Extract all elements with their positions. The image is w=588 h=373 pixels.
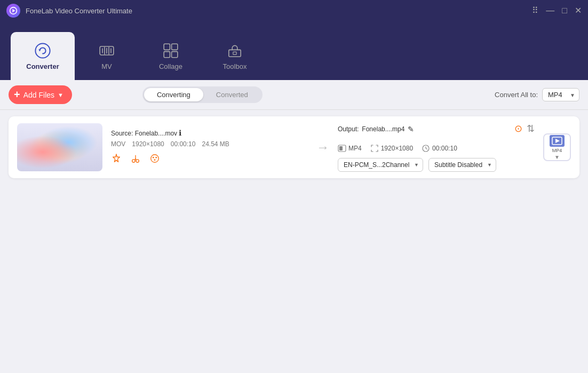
svg-rect-10 bbox=[233, 52, 236, 54]
svg-point-2 bbox=[35, 43, 50, 58]
tab-converter[interactable]: Converter bbox=[11, 32, 75, 80]
audio-track-select[interactable]: EN-PCM_S...2Channel bbox=[338, 158, 423, 172]
plus-icon: + bbox=[14, 89, 20, 101]
info-icon[interactable]: ℹ bbox=[179, 129, 181, 137]
svg-marker-1 bbox=[12, 9, 15, 12]
file-meta: MOV 1920×1080 00:00:10 24.54 MB bbox=[111, 140, 308, 148]
nav-bar: Converter MV Collage Toolbox bbox=[0, 21, 588, 80]
file-resolution: 1920×1080 bbox=[132, 140, 164, 148]
tab-toolbox[interactable]: Toolbox bbox=[203, 32, 267, 80]
add-files-dropdown-icon[interactable]: ▼ bbox=[58, 92, 63, 98]
source-prefix: Source: bbox=[111, 130, 133, 137]
output-filename: Fonelab....mp4 bbox=[362, 125, 404, 133]
svg-rect-7 bbox=[164, 51, 170, 57]
format-select-wrap: MP4 MOV AVI MKV bbox=[542, 88, 579, 101]
convert-arrow: → bbox=[316, 140, 329, 155]
converted-tab[interactable]: Converted bbox=[203, 88, 261, 101]
close-button[interactable]: ✕ bbox=[575, 6, 582, 15]
output-duration: 00:00:10 bbox=[422, 144, 457, 153]
output-format-label: MP4 bbox=[338, 144, 362, 153]
palette-icon[interactable] bbox=[149, 153, 160, 166]
svg-rect-21 bbox=[339, 146, 343, 150]
svg-line-14 bbox=[136, 158, 136, 160]
convert-tabs: Converting Converted bbox=[142, 86, 263, 103]
svg-rect-9 bbox=[229, 50, 241, 57]
maximize-button[interactable]: □ bbox=[562, 6, 567, 15]
file-format: MOV bbox=[111, 140, 125, 148]
output-prefix: Output: bbox=[338, 125, 359, 133]
output-dropdowns: EN-PCM_S...2Channel Subtitle Disabled bbox=[338, 158, 535, 172]
tab-collage-label: Collage bbox=[159, 62, 182, 70]
file-duration: 00:00:10 bbox=[171, 140, 196, 148]
toolbar: + Add Files ▼ Converting Converted Conve… bbox=[0, 80, 588, 110]
add-files-label: Add Files bbox=[23, 91, 54, 99]
edit-filename-icon[interactable]: ✎ bbox=[408, 125, 414, 133]
app-icon bbox=[6, 4, 20, 18]
add-files-button[interactable]: + Add Files ▼ bbox=[9, 85, 72, 104]
converting-tab[interactable]: Converting bbox=[144, 88, 203, 101]
format-badge-icon bbox=[550, 135, 565, 147]
output-meta: MP4 1920×1080 00:00:10 bbox=[338, 144, 535, 153]
format-badge-label: MP4 bbox=[552, 148, 562, 153]
output-resolution: 1920×1080 bbox=[370, 144, 413, 153]
svg-rect-6 bbox=[172, 44, 178, 50]
tab-toolbox-label: Toolbox bbox=[223, 62, 247, 70]
file-item: Source: Fonelab....mov ℹ MOV 1920×1080 0… bbox=[9, 116, 579, 178]
file-info-left: Source: Fonelab....mov ℹ MOV 1920×1080 0… bbox=[111, 129, 308, 166]
file-thumbnail bbox=[17, 123, 102, 171]
enhance-icon[interactable] bbox=[111, 153, 122, 166]
audio-track-wrap: EN-PCM_S...2Channel bbox=[338, 158, 423, 172]
output-section: Output: Fonelab....mp4 ✎ ⊙ ⇅ bbox=[338, 123, 535, 172]
format-badge-chevron-icon: ▼ bbox=[554, 154, 560, 160]
title-bar: FoneLab Video Converter Ultimate ⠿ — □ ✕ bbox=[0, 0, 588, 21]
svg-marker-24 bbox=[555, 139, 560, 143]
convert-all-to-label: Convert All to: bbox=[495, 91, 538, 99]
settings-icon[interactable]: ⇅ bbox=[527, 123, 535, 134]
subtitle-wrap: Subtitle Disabled bbox=[428, 158, 496, 172]
format-select[interactable]: MP4 MOV AVI MKV bbox=[542, 88, 579, 101]
cut-icon[interactable] bbox=[130, 153, 141, 166]
file-source: Source: Fonelab....mov ℹ bbox=[111, 129, 308, 137]
window-controls: ⠿ — □ ✕ bbox=[532, 6, 582, 15]
file-actions bbox=[111, 153, 308, 166]
svg-point-18 bbox=[155, 157, 157, 158]
svg-point-16 bbox=[151, 155, 159, 163]
tab-collage[interactable]: Collage bbox=[139, 32, 203, 80]
main-content: Source: Fonelab....mov ℹ MOV 1920×1080 0… bbox=[0, 110, 588, 373]
warning-icon[interactable]: ⊙ bbox=[514, 123, 522, 134]
thumbnail-image bbox=[17, 123, 102, 171]
tab-mv[interactable]: MV bbox=[75, 32, 139, 80]
minimize-button[interactable]: — bbox=[546, 6, 554, 15]
svg-marker-3 bbox=[38, 49, 41, 50]
svg-rect-8 bbox=[172, 51, 178, 57]
menu-icon[interactable]: ⠿ bbox=[532, 6, 538, 15]
app-title: FoneLab Video Converter Ultimate bbox=[26, 7, 532, 15]
format-badge[interactable]: MP4 ▼ bbox=[543, 133, 571, 161]
convert-all-to-section: Convert All to: MP4 MOV AVI MKV bbox=[495, 88, 579, 101]
svg-rect-5 bbox=[164, 44, 170, 50]
tab-converter-label: Converter bbox=[26, 62, 59, 70]
subtitle-select[interactable]: Subtitle Disabled bbox=[428, 158, 496, 172]
source-filename: Fonelab....mov bbox=[135, 130, 177, 137]
output-path: Output: Fonelab....mp4 ✎ bbox=[338, 125, 414, 133]
svg-point-17 bbox=[153, 157, 154, 158]
svg-point-19 bbox=[154, 159, 156, 161]
tab-mv-label: MV bbox=[101, 62, 112, 70]
output-controls: ⊙ ⇅ bbox=[514, 123, 535, 134]
file-size: 24.54 MB bbox=[202, 140, 229, 148]
